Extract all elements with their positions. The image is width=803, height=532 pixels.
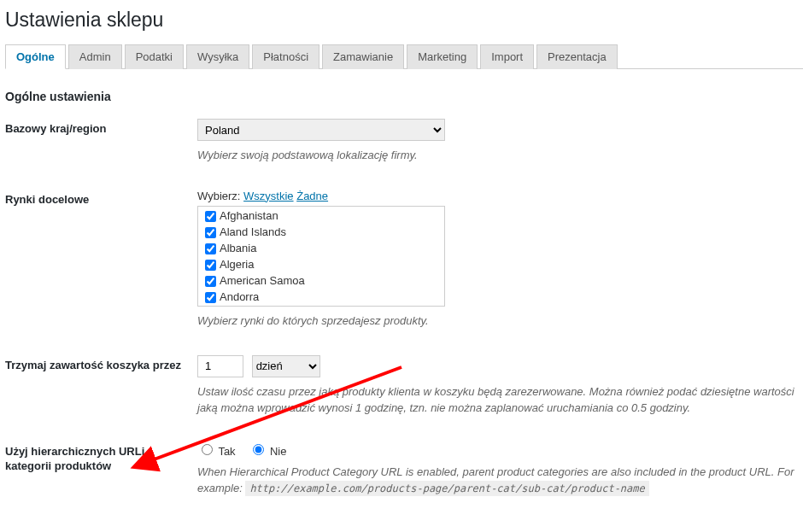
markets-item[interactable]: Aland Islands [202, 225, 441, 241]
desc-cart-retention: Ustaw ilość czasu przez jaką produkty kl… [197, 384, 803, 417]
markets-select-links: Wybierz: Wszystkie Żadne [197, 190, 803, 202]
hierarchical-no-text: Nie [270, 445, 287, 458]
desc-hierarchical-url: When Hierarchical Product Category URL i… [197, 465, 803, 497]
hierarchical-yes-text: Tak [218, 445, 235, 458]
hierarchical-url-example: http://example.com/products-page/parent-… [245, 481, 648, 496]
tab-admin[interactable]: Admin [68, 44, 122, 69]
cart-retention-value[interactable] [197, 355, 243, 377]
tab-shipping[interactable]: Wysyłka [186, 44, 249, 69]
row-base-location: Bazowy kraj/region Poland Wybierz swoją … [5, 119, 803, 164]
desc-target-markets: Wybierz rynki do których sprzedajesz pro… [197, 313, 803, 330]
row-hierarchical-url: Użyj hierarchicznych URLi kategorii prod… [5, 441, 803, 497]
tab-ordering[interactable]: Zamawianie [322, 44, 404, 69]
hierarchical-no-label[interactable]: Nie [249, 445, 286, 458]
markets-item-label: Albania [220, 242, 256, 254]
markets-select-all-link[interactable]: Wszystkie [243, 190, 294, 202]
tab-import[interactable]: Import [480, 44, 534, 69]
page-title: Ustawienia sklepu [5, 9, 803, 32]
section-heading: Ogólne ustawienia [5, 90, 803, 103]
tab-taxes[interactable]: Podatki [125, 44, 184, 69]
hierarchical-yes-label[interactable]: Tak [197, 445, 238, 458]
settings-tabs: Ogólne Admin Podatki Wysyłka Płatności Z… [5, 44, 803, 69]
tab-presentation[interactable]: Prezentacja [536, 44, 618, 69]
row-target-markets: Rynki docelowe Wybierz: Wszystkie Żadne … [5, 190, 803, 330]
label-base-location: Bazowy kraj/region [5, 119, 197, 164]
markets-item-label: Afghanistan [220, 209, 278, 222]
markets-item-label: Aland Islands [220, 225, 286, 238]
markets-checkbox[interactable] [205, 243, 216, 254]
markets-checkbox[interactable] [205, 227, 216, 238]
markets-item[interactable]: Andorra [202, 289, 441, 306]
markets-item-label: Andorra [220, 290, 259, 303]
markets-checkbox[interactable] [205, 211, 216, 222]
label-cart-retention: Trzymaj zawartość koszyka przez [5, 355, 197, 417]
row-cart-retention: Trzymaj zawartość koszyka przez dzień Us… [5, 355, 803, 417]
markets-item-label: American Samoa [220, 274, 305, 287]
base-location-select[interactable]: Poland [197, 119, 445, 141]
label-target-markets: Rynki docelowe [5, 190, 197, 330]
hierarchical-yes-radio[interactable] [202, 444, 213, 455]
tab-general[interactable]: Ogólne [5, 44, 66, 69]
markets-list[interactable]: Afghanistan Aland Islands Albania Algeri… [197, 206, 445, 307]
markets-checkbox[interactable] [205, 260, 216, 271]
markets-item[interactable]: Afghanistan [202, 208, 441, 225]
markets-select-none-link[interactable]: Żadne [296, 190, 328, 202]
hierarchical-no-radio[interactable] [253, 444, 264, 455]
label-hierarchical-url: Użyj hierarchicznych URLi kategorii prod… [5, 441, 197, 497]
markets-checkbox[interactable] [205, 292, 216, 303]
cart-retention-unit[interactable]: dzień [252, 355, 320, 377]
tab-marketing[interactable]: Marketing [407, 44, 478, 69]
markets-item-label: Algeria [220, 258, 254, 271]
markets-item[interactable]: Algeria [202, 257, 441, 273]
desc-base-location: Wybierz swoją podstawową lokalizację fir… [197, 148, 803, 164]
markets-item[interactable]: Albania [202, 241, 441, 257]
tab-payments[interactable]: Płatności [252, 44, 319, 69]
markets-item[interactable]: American Samoa [202, 273, 441, 289]
markets-select-prefix: Wybierz: [197, 190, 240, 202]
markets-checkbox[interactable] [205, 276, 216, 287]
